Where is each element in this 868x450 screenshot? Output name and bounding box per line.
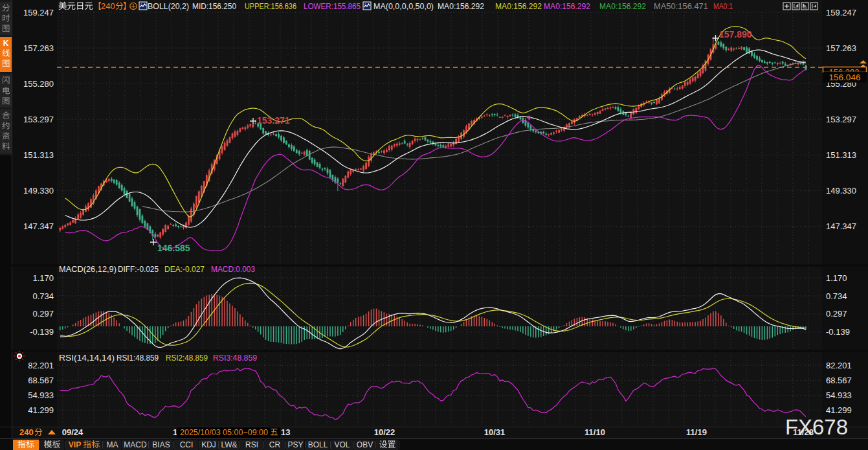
svg-text:149.330: 149.330 — [826, 186, 856, 196]
svg-text:RSI: RSI — [245, 440, 258, 449]
svg-text:240: 240 — [19, 427, 34, 437]
svg-text:MACD:0.003: MACD:0.003 — [211, 264, 255, 274]
svg-text:BIAS: BIAS — [152, 440, 170, 449]
svg-text:VIP: VIP — [69, 440, 81, 449]
svg-text:-0.139: -0.139 — [826, 327, 850, 337]
svg-text:BOLL: BOLL — [308, 440, 328, 449]
svg-text:RSI2:48.859: RSI2:48.859 — [166, 353, 208, 363]
svg-text:MACD(26,12,9): MACD(26,12,9) — [59, 264, 117, 274]
svg-text:MA0:1: MA0:1 — [713, 1, 733, 11]
svg-text:UPPER:156.636: UPPER:156.636 — [245, 1, 296, 11]
svg-text:MID:156.250: MID:156.250 — [192, 1, 236, 11]
svg-text:68.567: 68.567 — [826, 376, 852, 385]
svg-text:MA0:156.292: MA0:156.292 — [438, 1, 484, 11]
svg-text:MACD: MACD — [124, 440, 147, 449]
svg-text:147.347: 147.347 — [826, 221, 856, 231]
svg-text:54.933: 54.933 — [28, 390, 54, 400]
svg-text:82.201: 82.201 — [826, 361, 852, 370]
svg-text:10/31: 10/31 — [484, 427, 506, 437]
svg-text:151.313: 151.313 — [23, 150, 54, 160]
svg-text:10/22: 10/22 — [374, 427, 395, 437]
svg-text:RSI(14,14,14): RSI(14,14,14) — [59, 353, 115, 363]
svg-text:LOWER:155.865: LOWER:155.865 — [304, 1, 361, 11]
svg-text:151.313: 151.313 — [826, 150, 856, 160]
svg-text:KDJ: KDJ — [201, 440, 216, 449]
svg-text:DEA:-0.027: DEA:-0.027 — [164, 264, 205, 274]
svg-text:MA(0,0,0,0,50,0): MA(0,0,0,0,50,0) — [373, 1, 434, 11]
svg-text:1.170: 1.170 — [826, 273, 847, 283]
svg-text:156.046: 156.046 — [829, 73, 861, 82]
svg-text:1.170: 1.170 — [32, 273, 54, 283]
svg-text:159.247: 159.247 — [826, 8, 856, 17]
svg-text:PSY: PSY — [287, 440, 303, 449]
svg-text:09/24: 09/24 — [62, 427, 83, 437]
svg-text:OBV: OBV — [357, 440, 373, 449]
svg-text:LW&: LW& — [221, 440, 237, 449]
svg-text:153.297: 153.297 — [826, 115, 856, 124]
svg-text:54.933: 54.933 — [826, 390, 852, 400]
svg-text:RSI3:48.859: RSI3:48.859 — [213, 353, 257, 363]
svg-text:153.271: 153.271 — [257, 115, 290, 126]
svg-text:CCI: CCI — [180, 440, 194, 449]
svg-text:0.297: 0.297 — [826, 309, 847, 319]
svg-text:157.263: 157.263 — [826, 43, 856, 53]
svg-text:MA50:156.471: MA50:156.471 — [654, 1, 708, 11]
svg-text:11/19: 11/19 — [686, 427, 707, 437]
svg-text:BOLL(20,2): BOLL(20,2) — [148, 1, 189, 11]
svg-text:RSI1:48.859: RSI1:48.859 — [117, 353, 159, 363]
svg-text:0.297: 0.297 — [32, 309, 54, 319]
svg-text:41.299: 41.299 — [28, 405, 54, 415]
svg-text:K: K — [3, 39, 9, 48]
svg-text:MA: MA — [107, 440, 118, 449]
svg-text:13: 13 — [281, 427, 290, 437]
svg-text:0.734: 0.734 — [32, 291, 54, 301]
svg-text:MA0:156.292: MA0:156.292 — [599, 1, 646, 11]
svg-text:2025/10/03 05:00~09:00: 2025/10/03 05:00~09:00 — [180, 427, 268, 437]
svg-text:157.263: 157.263 — [23, 43, 54, 53]
svg-text:149.330: 149.330 — [23, 186, 54, 196]
svg-text:-0.139: -0.139 — [30, 327, 54, 337]
svg-text:0.734: 0.734 — [826, 291, 847, 301]
svg-text:159.247: 159.247 — [23, 8, 54, 17]
svg-text:153.297: 153.297 — [23, 115, 54, 124]
svg-text:FX678: FX678 — [785, 414, 848, 439]
svg-text:CR: CR — [269, 440, 281, 449]
svg-text:146.585: 146.585 — [157, 243, 190, 253]
svg-text:11/10: 11/10 — [584, 427, 605, 437]
svg-text:MA0:156.292: MA0:156.292 — [544, 1, 590, 11]
svg-text:147.347: 147.347 — [23, 221, 54, 231]
svg-text:68.567: 68.567 — [28, 376, 54, 385]
svg-text:VOL: VOL — [334, 440, 350, 449]
svg-text:DIFF:-0.025: DIFF:-0.025 — [118, 264, 159, 274]
svg-text:82.201: 82.201 — [28, 361, 54, 370]
svg-text:155.280: 155.280 — [23, 79, 54, 89]
svg-text:157.890: 157.890 — [719, 29, 752, 39]
svg-text:240: 240 — [101, 1, 115, 11]
svg-text:MA0:156.292: MA0:156.292 — [495, 1, 542, 11]
